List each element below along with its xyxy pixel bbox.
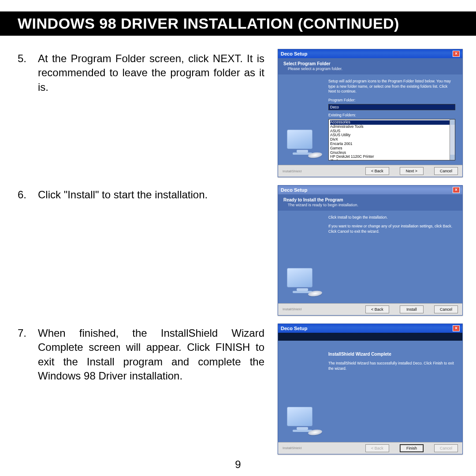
page-number: 9	[0, 458, 476, 471]
back-button[interactable]: < Back	[365, 167, 389, 175]
titlebar: Deco Setup ×	[278, 324, 462, 333]
step-7-text: 7. When finished, the InstallShield Wiza…	[18, 324, 264, 383]
install-button[interactable]: Install	[400, 305, 424, 313]
installer-window-7: Deco Setup × InstallShield Wizard Comple…	[278, 324, 463, 454]
close-icon[interactable]: ×	[453, 325, 460, 331]
subheader-title: Select Program Folder	[283, 61, 457, 67]
subheader-desc: Please select a program folder.	[283, 67, 457, 72]
existing-label: Existing Folders:	[328, 113, 455, 118]
window-title: Deco Setup	[281, 326, 308, 331]
wizard-footer: InstallShield < Back Install Cancel	[278, 303, 462, 315]
wizard-subheader-dark	[278, 333, 462, 341]
step-6-row: 6. Click "Install" to start the installa…	[18, 185, 464, 316]
step-6-num: 6.	[18, 188, 31, 202]
screenshot-7: Deco Setup × InstallShield Wizard Comple…	[278, 324, 463, 454]
cancel-button[interactable]: Cancel	[434, 167, 458, 175]
cancel-button[interactable]: Cancel	[434, 305, 458, 313]
wizard-subheader: Ready to Install the Program The wizard …	[278, 194, 462, 211]
screenshot-5: Deco Setup × Select Program Folder Pleas…	[278, 49, 463, 177]
wizard-body: InstallShield Wizard Complete The Instal…	[278, 341, 462, 442]
list-item[interactable]: HP DeskJet 1120C Printer	[330, 155, 454, 159]
step-6-body: Click "Install" to start the installatio…	[38, 188, 264, 202]
list-item[interactable]: Games	[330, 146, 454, 151]
wizard-footer: InstallShield < Back Next > Cancel	[278, 165, 462, 177]
brand-label: InstallShield	[283, 446, 301, 450]
scrollbar[interactable]	[450, 119, 455, 160]
screenshot-6: Deco Setup × Ready to Install the Progra…	[278, 185, 463, 316]
wizard-hint1: Click Install to begin the installation.	[328, 215, 455, 220]
installer-window-5: Deco Setup × Select Program Folder Pleas…	[278, 49, 463, 177]
wizard-graphic	[278, 341, 327, 442]
list-item[interactable]: iPod	[330, 159, 454, 160]
folder-label: Program Folder:	[328, 98, 455, 103]
page-content: 5. At the Program Folder screen, click N…	[0, 36, 476, 454]
wizard-footer: InstallShield < Back Finish Cancel	[278, 442, 462, 454]
window-title: Deco Setup	[281, 51, 308, 56]
list-item[interactable]: Encarta 2001	[330, 142, 454, 146]
wizard-right: Click Install to begin the installation.…	[327, 211, 462, 303]
wizard-hint: Setup will add program icons to the Prog…	[328, 79, 455, 95]
complete-title: InstallShield Wizard Complete	[328, 351, 455, 357]
close-icon[interactable]: ×	[453, 51, 460, 57]
titlebar: Deco Setup ×	[278, 49, 462, 58]
brand-label: InstallShield	[283, 169, 301, 173]
finish-button[interactable]: Finish	[400, 444, 424, 452]
wizard-right: Setup will add program icons to the Prog…	[327, 74, 462, 165]
wizard-right: InstallShield Wizard Complete The Instal…	[327, 341, 462, 442]
wizard-graphic	[278, 211, 327, 303]
wizard-body: Click Install to begin the installation.…	[278, 211, 462, 303]
wizard-hint2: If you want to review or change any of y…	[328, 224, 455, 234]
complete-text: The InstallShield Wizard has successfull…	[328, 361, 455, 372]
computer-icon	[287, 407, 318, 433]
wizard-graphic	[278, 74, 327, 165]
brand-label: InstallShield	[283, 307, 301, 311]
program-folder-input[interactable]: Deco	[328, 104, 455, 110]
list-item[interactable]: Administrative Tools	[330, 125, 454, 129]
cancel-button[interactable]: Cancel	[434, 444, 458, 452]
step-5-row: 5. At the Program Folder screen, click N…	[18, 49, 464, 177]
step-5-body: At the Program Folder screen, click NEXT…	[38, 52, 264, 94]
wizard-subheader: Select Program Folder Please select a pr…	[278, 58, 462, 74]
step-6-text: 6. Click "Install" to start the installa…	[18, 185, 264, 202]
list-item[interactable]: ASUS Utility	[330, 133, 454, 138]
existing-folders-list[interactable]: Accessories Administrative Tools ASUS AS…	[328, 119, 455, 160]
page-title: WINDOWS 98 DRIVER INSTALLATION (CONTINUE…	[18, 15, 458, 32]
page-header: WINDOWS 98 DRIVER INSTALLATION (CONTINUE…	[0, 11, 476, 36]
step-7-num: 7.	[18, 326, 31, 383]
back-button[interactable]: < Back	[365, 305, 389, 313]
window-title: Deco Setup	[281, 187, 308, 193]
subheader-desc: The wizard is ready to begin installatio…	[283, 203, 457, 208]
step-5-text: 5. At the Program Folder screen, click N…	[18, 49, 264, 94]
computer-icon	[287, 130, 318, 156]
wizard-body: Setup will add program icons to the Prog…	[278, 74, 462, 165]
subheader-title: Ready to Install the Program	[283, 197, 457, 203]
step-5-num: 5.	[18, 52, 31, 94]
installer-window-6: Deco Setup × Ready to Install the Progra…	[278, 185, 463, 316]
back-button[interactable]: < Back	[365, 444, 389, 452]
titlebar: Deco Setup ×	[278, 186, 462, 194]
computer-icon	[287, 268, 318, 294]
step-7-body: When finished, the InstallShield Wizard …	[38, 326, 264, 383]
step-7-row: 7. When finished, the InstallShield Wiza…	[18, 324, 464, 454]
next-button[interactable]: Next >	[400, 167, 424, 175]
close-icon[interactable]: ×	[453, 187, 460, 193]
